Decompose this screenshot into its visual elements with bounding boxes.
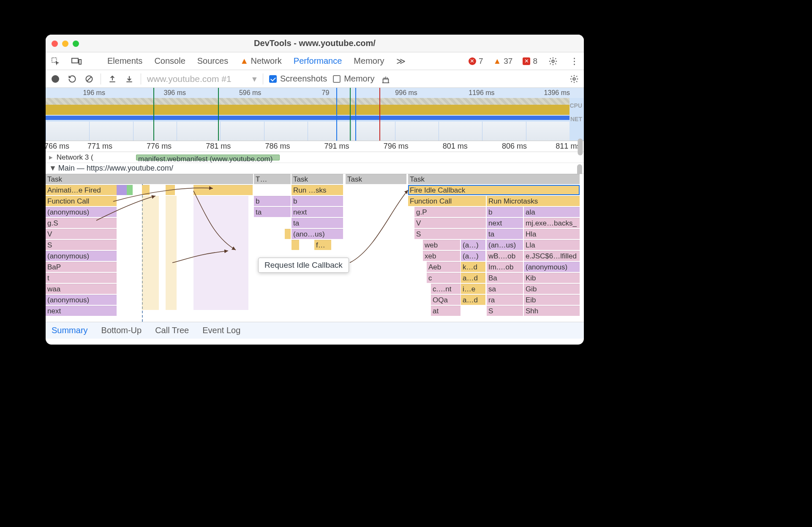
flame-segment[interactable]: e.JSC$6…lfilled (524, 251, 580, 261)
flame-segment[interactable] (166, 196, 177, 310)
flame-segment[interactable]: Task (346, 174, 406, 184)
flame-segment[interactable]: ta (292, 218, 343, 228)
flame-segment[interactable] (292, 240, 299, 250)
tab-bottom-up[interactable]: Bottom-Up (101, 326, 142, 335)
flame-segment[interactable]: Task (46, 174, 253, 184)
flame-segment[interactable]: ta (487, 229, 523, 239)
flame-segment[interactable] (285, 229, 291, 239)
flame-segment[interactable]: a…d (461, 295, 485, 305)
flame-segment[interactable]: Ba (487, 273, 523, 283)
flame-segment[interactable]: next (46, 306, 117, 316)
flame-segment[interactable]: a…d (461, 273, 485, 283)
flame-segment[interactable]: Task (408, 174, 580, 184)
disclosure-icon[interactable]: ▼ (49, 164, 57, 173)
flame-segment[interactable]: wB.…ob (487, 251, 523, 261)
flame-segment[interactable]: ala (524, 207, 580, 217)
flame-segment[interactable]: i…e (461, 284, 485, 294)
flame-segment[interactable]: BaP (46, 262, 117, 272)
tab-console[interactable]: Console (153, 56, 186, 66)
flame-segment[interactable]: at (431, 306, 460, 316)
flame-segment[interactable]: Run Microtasks (487, 196, 580, 206)
flame-segment[interactable]: Eib (524, 295, 580, 305)
flame-segment[interactable]: (anonymous) (46, 251, 117, 261)
flame-segment[interactable]: S (414, 229, 486, 239)
tab-summary[interactable]: Summary (52, 326, 88, 335)
flame-segment[interactable] (166, 185, 175, 195)
flame-segment[interactable]: Lla (524, 240, 580, 250)
flame-segment[interactable]: Im.…ob (487, 262, 523, 272)
tab-event-log[interactable]: Event Log (202, 326, 240, 335)
viewport-handle-left[interactable] (336, 88, 337, 141)
flame-segment[interactable]: b (254, 196, 291, 206)
flame-segment[interactable]: waa (46, 284, 117, 294)
tab-network[interactable]: ▲ Network (239, 56, 283, 66)
flame-segment[interactable]: Function Call (408, 196, 486, 206)
flame-segment[interactable]: OQa (431, 295, 460, 305)
minimize-icon[interactable] (62, 41, 68, 47)
flame-segment[interactable]: (an…us) (487, 240, 523, 250)
flame-segment[interactable]: (a…) (461, 240, 485, 250)
flame-segment[interactable] (193, 185, 253, 195)
maximize-icon[interactable] (73, 41, 79, 47)
flame-chart[interactable]: Task T… Task Task Task Animati…e Fired R… (46, 174, 584, 322)
flame-segment[interactable]: Hla (524, 229, 580, 239)
flame-segment[interactable]: Kib (524, 273, 580, 283)
errors-count[interactable]: ✕ 7 (469, 57, 483, 66)
flame-segment[interactable]: next (487, 218, 523, 228)
flame-segment[interactable]: ra (487, 295, 523, 305)
flame-segment[interactable]: T… (254, 174, 291, 184)
network-section[interactable]: ▸ Network 3 ( manifest.webmanifest (www.… (46, 152, 584, 163)
flame-segment[interactable]: (anonymous) (46, 295, 117, 305)
reload-button[interactable] (67, 73, 78, 84)
flame-segment[interactable]: (ano…us) (292, 229, 343, 239)
flame-segment[interactable]: b (487, 207, 523, 217)
flame-segment[interactable]: Task (292, 174, 343, 184)
flame-segment[interactable]: (anonymous) (524, 262, 580, 272)
viewport-handle-right[interactable] (355, 88, 356, 141)
timeline-overview[interactable]: 196 ms 396 ms 596 ms 79 996 ms 1196 ms 1… (46, 88, 584, 141)
flame-segment[interactable]: g.S (46, 218, 117, 228)
disclosure-icon[interactable]: ▸ (49, 153, 53, 162)
download-button[interactable] (124, 73, 135, 84)
flame-segment[interactable]: (anonymous) (46, 207, 117, 217)
flame-segment[interactable]: Aeb (427, 262, 460, 272)
flame-segment[interactable]: next (292, 207, 343, 217)
clear-button[interactable] (84, 73, 95, 84)
tab-memory[interactable]: Memory (353, 56, 385, 66)
kebab-icon[interactable]: ⋮ (569, 56, 580, 67)
tab-call-tree[interactable]: Call Tree (155, 326, 189, 335)
flame-segment[interactable]: ta (254, 207, 291, 217)
flame-segment[interactable]: S (487, 306, 523, 316)
inspect-icon[interactable] (50, 56, 61, 67)
screenshots-checkbox[interactable]: Screenshots (269, 74, 327, 84)
flame-segment-selected[interactable]: Fire Idle Callback (408, 185, 580, 195)
gc-button[interactable] (380, 73, 391, 84)
flame-segment[interactable]: c (427, 273, 460, 283)
flame-segment[interactable]: V (414, 218, 486, 228)
detail-ruler[interactable]: 766 ms 771 ms 776 ms 781 ms 786 ms 791 m… (46, 141, 584, 152)
tab-sources[interactable]: Sources (196, 56, 229, 66)
memory-checkbox[interactable]: Memory (333, 74, 374, 84)
flame-segment[interactable]: b (292, 196, 343, 206)
flame-segment[interactable]: t (46, 273, 117, 283)
flame-segment[interactable]: Function Call (46, 196, 117, 206)
recording-dropdown[interactable]: www.youtube.com #1 ▾ (147, 74, 257, 84)
flame-segment[interactable] (127, 185, 133, 195)
flame-segment[interactable] (193, 196, 248, 310)
flame-segment[interactable]: xeb (423, 251, 460, 261)
flame-segment[interactable]: web (423, 240, 460, 250)
flame-segment[interactable] (142, 185, 150, 195)
flame-segment[interactable]: V (46, 229, 117, 239)
flame-segment[interactable]: (a…) (461, 251, 485, 261)
upload-button[interactable] (107, 73, 118, 84)
flame-segment[interactable]: Shh (524, 306, 580, 316)
tab-elements[interactable]: Elements (106, 56, 143, 66)
flame-segment[interactable] (142, 196, 159, 310)
flame-segment[interactable]: mj.exe…backs_ (524, 218, 580, 228)
settings-icon[interactable] (548, 56, 559, 67)
more-tabs-icon[interactable]: ≫ (395, 56, 406, 67)
capture-settings-icon[interactable] (569, 73, 580, 84)
flame-segment[interactable] (117, 185, 127, 195)
flame-segment[interactable]: Gib (524, 284, 580, 294)
violations-count[interactable]: ✕ 8 (523, 57, 537, 66)
